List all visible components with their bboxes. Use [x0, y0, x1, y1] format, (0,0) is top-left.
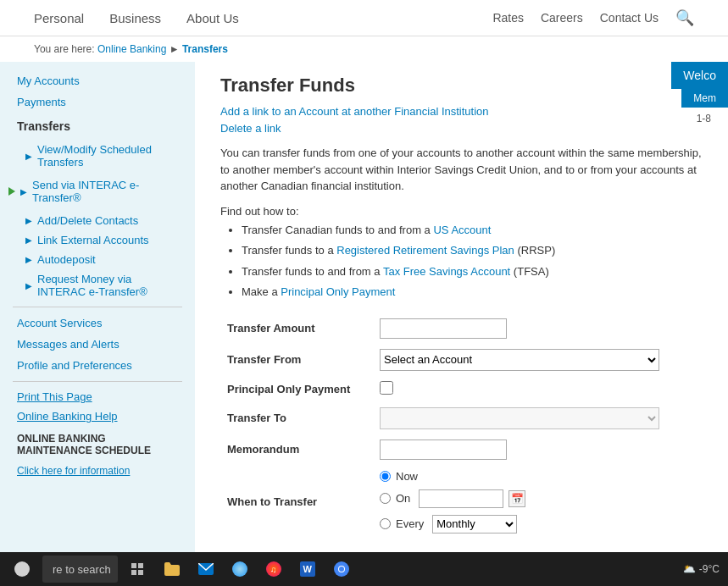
radio-every-label: Every: [396, 517, 424, 530]
taskbar-task-view[interactable]: [125, 556, 152, 583]
sidebar-sub-autodeposit[interactable]: ▶ Autodeposit: [0, 250, 195, 269]
us-account-link[interactable]: US Account: [433, 224, 491, 236]
sidebar-item-payments[interactable]: Payments: [0, 91, 195, 113]
nav-about-us[interactable]: About Us: [186, 11, 239, 25]
sidebar-item-profile-prefs[interactable]: Profile and Preferences: [0, 355, 195, 376]
on-date-input[interactable]: [419, 489, 503, 508]
radio-on-label: On: [396, 492, 410, 505]
add-delete-label: Add/Delete Contacts: [37, 214, 138, 227]
maintenance-link[interactable]: Click here for information: [0, 463, 195, 478]
memorandum-input[interactable]: [380, 440, 507, 460]
nav-business[interactable]: Business: [109, 11, 161, 25]
svg-point-8: [339, 567, 344, 572]
breadcrumb-prefix: You are here:: [34, 43, 95, 55]
info-text: You can transfer funds from one of your …: [220, 145, 703, 195]
content-area: Welco Mem 1-8 Transfer Funds Add a link …: [195, 62, 728, 586]
radio-now-label: Now: [396, 470, 418, 483]
principal-checkbox[interactable]: [380, 381, 393, 395]
taskbar-chrome[interactable]: [328, 556, 355, 583]
bullet-us-account: Transfer Canadian funds to and from a US…: [242, 222, 703, 239]
svg-rect-3: [131, 570, 136, 575]
svg-rect-1: [131, 563, 136, 568]
breadcrumb-separator: ►: [169, 43, 180, 55]
breadcrumb-current: Transfers: [182, 43, 228, 55]
sidebar-print-page[interactable]: Print This Page: [0, 387, 195, 406]
transfer-from-label: Transfer From: [220, 344, 373, 376]
when-to-transfer-label: When to Transfer: [220, 465, 373, 539]
sidebar-item-account-services[interactable]: Account Services: [0, 312, 195, 334]
breadcrumb: You are here: Online Banking ► Transfers: [0, 36, 728, 62]
send-interac-label: Send via INTERAC e-Transfer®: [32, 179, 169, 204]
bullet-list: Transfer Canadian funds to and from a US…: [242, 222, 703, 301]
taskbar-folder[interactable]: [158, 556, 186, 583]
weather-icon: 🌥️: [683, 563, 696, 575]
page-number: 1-8: [697, 113, 711, 124]
taskbar-browser[interactable]: [226, 556, 253, 583]
find-out-label: Find out how to:: [220, 205, 703, 218]
taskbar-music[interactable]: ♫: [260, 556, 287, 583]
sidebar-sub-request-money[interactable]: ▶ Request Money via INTERAC e-Transfer®: [0, 269, 195, 301]
breadcrumb-online-banking[interactable]: Online Banking: [97, 43, 166, 55]
nav-personal[interactable]: Personal: [34, 11, 84, 25]
search-icon[interactable]: 🔍: [675, 8, 694, 27]
request-money-label: Request Money via INTERAC e-Transfer®: [37, 273, 169, 298]
transfer-to-select[interactable]: [380, 407, 659, 429]
taskbar-weather: 🌥️ -9°C: [683, 563, 720, 575]
sidebar-sub-label: View/Modify Scheduled Transfers: [37, 143, 169, 169]
radio-on[interactable]: [380, 493, 391, 504]
page-title: Transfer Funds: [220, 75, 703, 97]
top-nav: Personal Business About Us Rates Careers…: [0, 0, 728, 36]
delete-link-btn[interactable]: Delete a link: [220, 122, 703, 135]
nav-rates[interactable]: Rates: [492, 11, 524, 25]
weather-temp: -9°C: [699, 563, 720, 575]
sidebar-online-help[interactable]: Online Banking Help: [0, 406, 195, 426]
radio-now[interactable]: [380, 471, 391, 482]
bullet-tfsa: Transfer funds to and from a Tax Free Sa…: [242, 263, 703, 280]
welcome-button[interactable]: Welco: [671, 62, 728, 89]
member-label: Mem: [681, 89, 728, 108]
nav-contact-us[interactable]: Contact Us: [600, 11, 659, 25]
taskbar-mail[interactable]: [192, 556, 220, 583]
principal-label: Principal Only Payment: [220, 376, 373, 402]
transfer-to-label: Transfer To: [220, 402, 373, 434]
taskbar-word[interactable]: W: [294, 556, 321, 583]
autodeposit-label: Autodeposit: [37, 253, 96, 266]
sidebar-sub-send-interac[interactable]: ▶ Send via INTERAC e-Transfer®: [19, 175, 195, 207]
link-external-label: Link External Accounts: [37, 234, 149, 246]
sidebar-item-transfers[interactable]: Transfers: [0, 113, 195, 140]
memorandum-label: Memorandum: [220, 434, 373, 465]
sidebar-sub-link-external[interactable]: ▶ Link External Accounts: [0, 230, 195, 250]
bullet-principal: Make a Principal Only Payment: [242, 284, 703, 301]
svg-rect-2: [138, 563, 143, 568]
triangle-icon-4: ▶: [25, 235, 32, 245]
transfer-from-select[interactable]: Select an Account: [380, 349, 659, 371]
radio-every[interactable]: [380, 518, 391, 529]
triangle-icon-3: ▶: [25, 216, 32, 225]
active-arrow-icon: [8, 187, 15, 196]
triangle-icon-5: ▶: [25, 255, 32, 264]
every-select[interactable]: Monthly: [432, 515, 517, 533]
svg-rect-4: [138, 570, 143, 575]
bullet-rrsp: Transfer funds to a Registered Retiremen…: [242, 242, 703, 259]
maintenance-title: ONLINE BANKING MAINTENANCE SCHEDULE: [0, 426, 195, 463]
transfer-amount-label: Transfer Amount: [220, 313, 373, 344]
calendar-icon[interactable]: 📅: [508, 490, 525, 507]
nav-careers[interactable]: Careers: [541, 11, 583, 25]
principal-link[interactable]: Principal Only Payment: [281, 285, 395, 298]
taskbar-start[interactable]: [8, 556, 36, 583]
sidebar-sub-add-delete[interactable]: ▶ Add/Delete Contacts: [0, 211, 195, 230]
sidebar-item-my-accounts[interactable]: My Accounts: [0, 70, 195, 91]
svg-point-0: [14, 561, 30, 577]
triangle-icon-2: ▶: [20, 187, 27, 196]
tfsa-link[interactable]: Tax Free Savings Account: [383, 265, 510, 278]
sidebar-sub-view-modify[interactable]: ▶ View/Modify Scheduled Transfers: [0, 140, 195, 172]
taskbar-search-box[interactable]: re to search: [42, 556, 118, 583]
rrsp-link[interactable]: Registered Retirement Savings Plan: [336, 244, 514, 257]
triangle-icon: ▶: [25, 152, 32, 161]
when-radio-group: Now On 📅 Every Monthly: [380, 470, 696, 533]
transfer-form: Transfer Amount Transfer From Select an …: [220, 313, 703, 539]
sidebar-item-messages-alerts[interactable]: Messages and Alerts: [0, 334, 195, 355]
add-link-btn[interactable]: Add a link to an Account at another Fina…: [220, 105, 703, 118]
transfer-amount-input[interactable]: [380, 318, 507, 339]
taskbar: re to search ♫ W 🌥️: [0, 552, 728, 586]
